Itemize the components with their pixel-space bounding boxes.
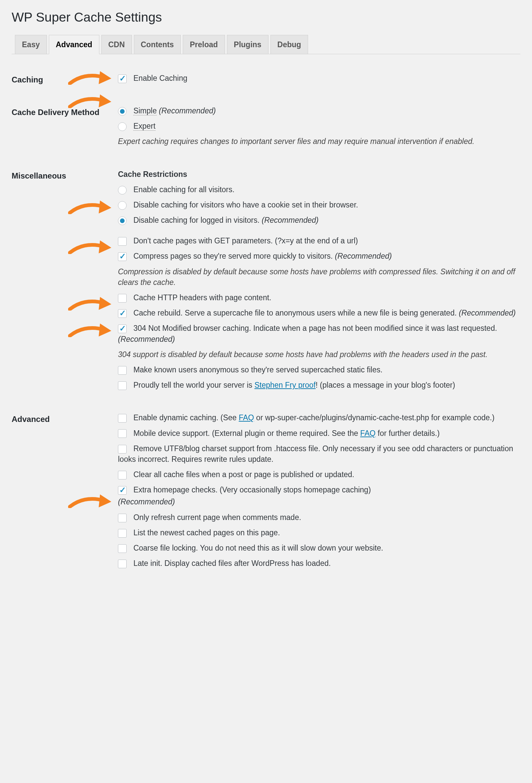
row-utf8[interactable]: Remove UTF8/blog charset support from .h… <box>118 443 517 465</box>
cache-restrictions-heading: Cache Restrictions <box>118 169 517 180</box>
restrict-cookie-radio[interactable] <box>118 201 127 210</box>
restrict-all-label: Enable caching for all visitors. <box>133 185 234 194</box>
row-dynamic[interactable]: Enable dynamic caching. (See FAQ or wp-s… <box>118 412 517 423</box>
row-clear-on-publish[interactable]: Clear all cache files when a post or pag… <box>118 469 517 480</box>
delivery-simple-radio[interactable] <box>118 107 127 116</box>
no-get-checkbox[interactable] <box>118 237 127 246</box>
proud-post-label: ! (places a message in your blog's foote… <box>316 381 455 389</box>
extra-home-label: Extra homepage checks. (Very occasionall… <box>133 486 371 494</box>
row-mobile[interactable]: Mobile device support. (External plugin … <box>118 428 517 439</box>
mobile-pre-label: Mobile device support. (External plugin … <box>133 429 360 438</box>
extra-home-checkbox[interactable] <box>118 486 127 495</box>
utf8-label: Remove UTF8/blog charset support from .h… <box>118 444 513 464</box>
enable-caching-checkbox[interactable] <box>118 74 127 83</box>
recommended-text: (Recommended) <box>459 309 516 317</box>
tab-contents[interactable]: Contents <box>134 35 181 54</box>
faq-link[interactable]: FAQ <box>239 413 254 422</box>
row-no-get[interactable]: Don't cache pages with GET parameters. (… <box>118 236 517 246</box>
enable-caching-label: Enable Caching <box>133 74 187 83</box>
section-advanced-heading: Advanced <box>12 404 118 582</box>
restrict-logged-label: Disable caching for logged in visitors. <box>133 216 260 224</box>
row-restrict-cookie[interactable]: Disable caching for visitors who have a … <box>118 199 517 210</box>
rebuild-checkbox[interactable] <box>118 309 127 318</box>
tab-debug[interactable]: Debug <box>270 35 308 54</box>
row-304[interactable]: 304 Not Modified browser caching. Indica… <box>118 323 517 344</box>
tab-bar: EasyAdvancedCDNContentsPreloadPluginsDeb… <box>12 35 520 54</box>
tab-cdn[interactable]: CDN <box>101 35 132 54</box>
late-init-label: Late init. Display cached files after Wo… <box>133 559 331 568</box>
page-title: WP Super Cache Settings <box>12 8 520 27</box>
faq-link[interactable]: FAQ <box>360 429 375 438</box>
row-proud[interactable]: Proudly tell the world your server is St… <box>118 380 517 390</box>
304-label: 304 Not Modified browser caching. Indica… <box>133 324 497 333</box>
row-enable-caching[interactable]: Enable Caching <box>118 73 517 84</box>
delivery-expert-radio[interactable] <box>118 122 127 131</box>
tab-advanced[interactable]: Advanced <box>49 35 99 54</box>
proud-checkbox[interactable] <box>118 381 127 390</box>
recommended-text: (Recommended) <box>118 496 517 507</box>
compress-checkbox[interactable] <box>118 252 127 261</box>
row-list-pages[interactable]: List the newest cached pages on this pag… <box>118 527 517 538</box>
http-headers-checkbox[interactable] <box>118 294 127 303</box>
delivery-expert-label: Expert <box>133 122 155 131</box>
row-delivery-expert[interactable]: Expert <box>118 121 517 131</box>
recommended-text: (Recommended) <box>118 335 175 343</box>
304-checkbox[interactable] <box>118 324 127 333</box>
utf8-checkbox[interactable] <box>118 445 127 453</box>
arrow-icon <box>68 296 111 311</box>
no-get-label: Don't cache pages with GET parameters. (… <box>133 237 358 245</box>
compress-note: Compression is disabled by default becau… <box>118 266 517 288</box>
coarse-lock-label: Coarse file locking. You do not need thi… <box>133 543 383 552</box>
arrow-icon <box>68 322 111 337</box>
tab-easy[interactable]: Easy <box>15 35 47 54</box>
arrow-icon <box>68 70 111 85</box>
rebuild-label: Cache rebuild. Serve a supercache file t… <box>133 309 457 317</box>
recommended-text: (Recommended) <box>159 106 215 115</box>
stephen-fry-link[interactable]: Stephen Fry proof <box>255 381 316 389</box>
proud-pre-label: Proudly tell the world your server is <box>133 381 254 389</box>
anon-checkbox[interactable] <box>118 366 127 375</box>
list-pages-label: List the newest cached pages on this pag… <box>133 528 280 537</box>
dynamic-post-label: or wp-super-cache/plugins/dynamic-cache-… <box>254 413 494 422</box>
refresh-comments-label: Only refresh current page when comments … <box>133 513 301 522</box>
compress-label: Compress pages so they're served more qu… <box>133 252 333 260</box>
restrict-cookie-label: Disable caching for visitors who have a … <box>133 200 358 209</box>
mobile-checkbox[interactable] <box>118 429 127 438</box>
row-late-init[interactable]: Late init. Display cached files after Wo… <box>118 558 517 568</box>
restrict-logged-radio[interactable] <box>118 216 127 225</box>
row-extra-home[interactable]: Extra homepage checks. (Very occasionall… <box>118 484 517 495</box>
late-init-checkbox[interactable] <box>118 560 127 568</box>
recommended-text: (Recommended) <box>335 252 392 260</box>
restrict-all-radio[interactable] <box>118 186 127 194</box>
row-coarse-lock[interactable]: Coarse file locking. You do not need thi… <box>118 543 517 553</box>
anon-label: Make known users anonymous so they're se… <box>133 366 383 374</box>
tab-preload[interactable]: Preload <box>183 35 225 54</box>
row-restrict-logged[interactable]: Disable caching for logged in visitors. … <box>118 215 517 225</box>
arrow-icon <box>68 493 111 508</box>
clear-on-publish-checkbox[interactable] <box>118 471 127 479</box>
section-misc-heading: Miscellaneous <box>12 160 118 404</box>
dynamic-pre-label: Enable dynamic caching. (See <box>133 413 239 422</box>
row-compress[interactable]: Compress pages so they're served more qu… <box>118 251 517 261</box>
dynamic-checkbox[interactable] <box>118 414 127 422</box>
http-headers-label: Cache HTTP headers with page content. <box>133 293 271 302</box>
row-delivery-simple[interactable]: Simple (Recommended) <box>118 105 517 116</box>
delivery-expert-note: Expert caching requires changes to impor… <box>118 136 517 147</box>
row-rebuild[interactable]: Cache rebuild. Serve a supercache file t… <box>118 308 517 318</box>
list-pages-checkbox[interactable] <box>118 529 127 538</box>
row-anon[interactable]: Make known users anonymous so they're se… <box>118 365 517 375</box>
coarse-lock-checkbox[interactable] <box>118 544 127 553</box>
304-note: 304 support is disabled by default becau… <box>118 349 517 360</box>
arrow-icon <box>68 199 111 214</box>
row-http-headers[interactable]: Cache HTTP headers with page content. <box>118 292 517 303</box>
recommended-text: (Recommended) <box>262 216 318 224</box>
arrow-icon <box>68 240 111 254</box>
row-refresh-comments[interactable]: Only refresh current page when comments … <box>118 512 517 523</box>
tab-plugins[interactable]: Plugins <box>227 35 268 54</box>
clear-on-publish-label: Clear all cache files when a post or pag… <box>133 470 354 479</box>
delivery-simple-label: Simple <box>133 106 157 115</box>
row-restrict-all[interactable]: Enable caching for all visitors. <box>118 184 517 195</box>
refresh-comments-checkbox[interactable] <box>118 514 127 522</box>
arrow-icon <box>68 93 111 108</box>
mobile-post-label: for further details.) <box>375 429 440 438</box>
